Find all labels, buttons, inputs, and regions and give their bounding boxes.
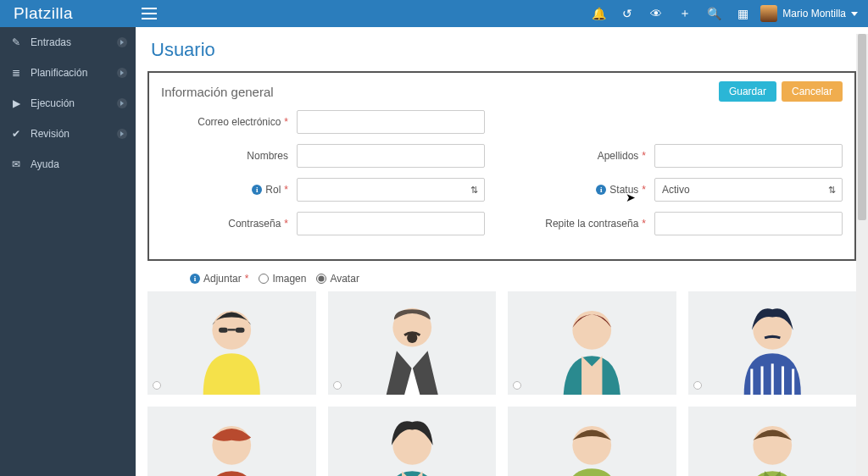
role-label: iRol* [161, 184, 288, 196]
add-button[interactable]: ＋ [670, 0, 699, 27]
grid-icon: ▦ [737, 7, 748, 20]
history-button[interactable]: ↺ [613, 0, 642, 27]
sidebar: ✎ Entradas ≣ Planificación ▶ Ejecución ✔… [0, 27, 136, 476]
required-mark: * [284, 218, 288, 230]
sidebar-item-planificacion[interactable]: ≣ Planificación [0, 58, 136, 88]
info-icon: i [252, 185, 262, 195]
avatar-illustration [147, 291, 316, 395]
avatar-illustration [508, 291, 676, 395]
password-input[interactable] [297, 212, 485, 235]
select-indicator [693, 381, 702, 390]
user-menu[interactable]: Mario Montilla [757, 5, 868, 22]
avatar-grid [147, 291, 856, 476]
select-indicator [513, 381, 521, 390]
surnames-label: Apellidos* [519, 150, 646, 162]
main-content: Usuario Información general Guardar Canc… [136, 27, 868, 476]
svg-point-6 [572, 311, 611, 350]
names-label: Nombres [161, 150, 288, 162]
names-input[interactable] [297, 144, 485, 168]
avatar-option-1[interactable] [147, 291, 316, 395]
avatar-illustration [328, 407, 497, 476]
select-indicator [333, 381, 342, 390]
chevron-right-icon [117, 68, 127, 78]
sidebar-item-label: Planificación [31, 67, 87, 79]
password2-input[interactable] [654, 212, 843, 235]
search-icon: 🔍 [707, 7, 721, 20]
avatar-option-3[interactable] [508, 291, 676, 395]
field-status: iStatus* Activo ⇅ [519, 178, 843, 202]
avatar-option-5[interactable] [147, 407, 316, 476]
field-role: iRol* ⇅ [161, 178, 485, 202]
role-select[interactable] [297, 178, 485, 202]
user-name: Mario Montilla [782, 8, 846, 19]
plus-icon: ＋ [679, 6, 691, 21]
sidebar-item-revision[interactable]: ✔ Revisión [0, 119, 136, 149]
brand-box: Platzilla [0, 0, 136, 27]
email-label: Correo electrónico* [161, 116, 288, 128]
surnames-input[interactable] [654, 144, 843, 168]
avatar-illustration [147, 407, 316, 476]
brand-text: Platzilla [14, 4, 73, 23]
password-label: Contraseña* [161, 218, 288, 230]
chevron-down-icon [851, 12, 858, 16]
required-mark: * [245, 273, 249, 285]
avatar-option-7[interactable] [508, 407, 676, 476]
attach-option-image[interactable]: Imagen [259, 273, 306, 285]
info-icon: i [596, 185, 606, 195]
image-radio[interactable] [259, 274, 269, 284]
attach-option-avatar[interactable]: Avatar [316, 273, 359, 285]
email-input[interactable] [297, 110, 485, 134]
history-icon: ↺ [622, 7, 632, 20]
avatar-illustration [688, 291, 857, 395]
chevron-right-icon [117, 98, 127, 108]
bell-icon: 🔔 [592, 7, 606, 20]
status-label: iStatus* [519, 184, 646, 196]
avatar-option-2[interactable] [328, 291, 497, 395]
topbar-right: 🔔 ↺ 👁 ＋ 🔍 ▦ Mario Montilla [584, 0, 868, 27]
required-mark: * [642, 184, 646, 196]
save-button[interactable]: Guardar [719, 81, 776, 102]
sidebar-item-label: Entradas [31, 36, 71, 48]
select-indicator [153, 381, 161, 390]
avatar-option-8[interactable] [688, 407, 857, 476]
form-row-email: Correo electrónico* [161, 110, 843, 134]
avatar-option-4[interactable] [688, 291, 857, 395]
password2-label: Repite la contraseña* [519, 218, 646, 230]
sidebar-item-entradas[interactable]: ✎ Entradas [0, 27, 136, 58]
cancel-button[interactable]: Cancelar [782, 81, 843, 102]
form-row-passwords: Contraseña* Repite la contraseña* [161, 212, 843, 235]
svg-rect-1 [219, 328, 228, 333]
search-button[interactable]: 🔍 [699, 0, 728, 27]
sidebar-item-label: Ayuda [31, 158, 59, 170]
status-select[interactable]: Activo [654, 178, 843, 202]
field-names: Nombres [161, 144, 485, 168]
notifications-button[interactable]: 🔔 [584, 0, 613, 27]
sidebar-item-ejecucion[interactable]: ▶ Ejecución [0, 88, 136, 119]
required-mark: * [642, 218, 646, 230]
menu-toggle-button[interactable] [136, 0, 163, 27]
field-password: Contraseña* [161, 212, 485, 235]
panel-title: Información general [161, 85, 274, 99]
grid-button[interactable]: ▦ [728, 0, 757, 27]
sidebar-item-label: Ejecución [31, 97, 75, 109]
sidebar-item-label: Revisión [31, 128, 70, 140]
avatar-option-6[interactable] [328, 407, 497, 476]
general-info-panel: Información general Guardar Cancelar Cor… [147, 71, 856, 261]
avatar-illustration [328, 291, 497, 395]
chat-icon: ✉ [10, 158, 22, 170]
field-email: Correo electrónico* [161, 110, 485, 134]
chevron-right-icon [117, 129, 127, 139]
scrollbar-thumb[interactable] [858, 34, 866, 220]
sidebar-item-ayuda[interactable]: ✉ Ayuda [0, 149, 136, 180]
view-button[interactable]: 👁 [642, 0, 670, 27]
edit-icon: ✎ [10, 36, 22, 48]
scrollbar[interactable] [856, 34, 868, 476]
attach-row: iAdjuntar* Imagen Avatar [190, 273, 856, 285]
field-surnames: Apellidos* [519, 144, 843, 168]
form-row-names: Nombres Apellidos* [161, 144, 843, 168]
panel-header: Información general Guardar Cancelar [161, 81, 843, 102]
avatar-radio[interactable] [316, 274, 326, 284]
required-mark: * [642, 150, 646, 162]
field-password2: Repite la contraseña* [519, 212, 843, 235]
panel-actions: Guardar Cancelar [719, 81, 843, 102]
